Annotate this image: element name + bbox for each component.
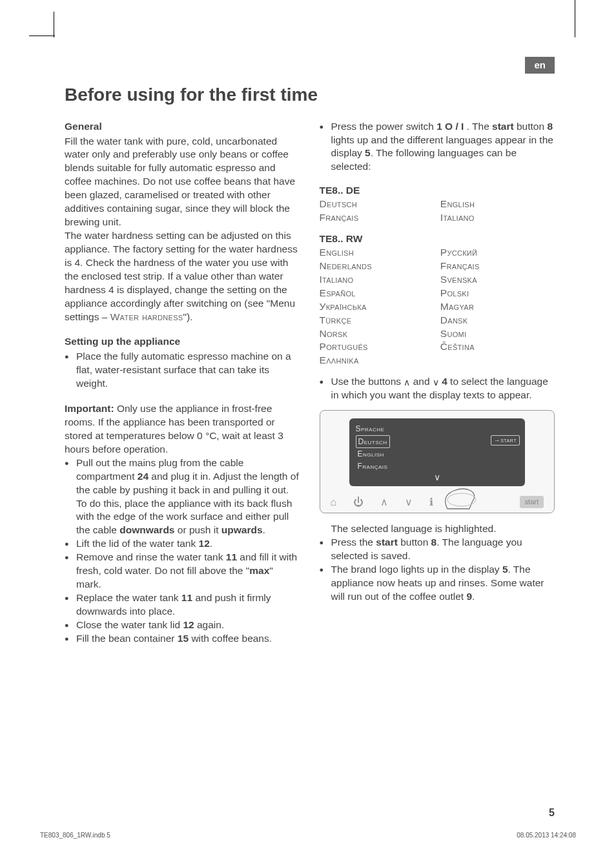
lang-polski: Polski [440, 287, 555, 300]
content-columns: General Fill the water tank with pure, c… [65, 120, 555, 646]
chevron-down-icon: ∨ [434, 471, 440, 484]
panel-buttons-row: ⌂ ⏻ ∧ ∨ ℹ start [327, 495, 548, 509]
step-close-lid: Close the water tank lid 12 again. [65, 619, 300, 632]
model-de-label: TE8.. DE [320, 184, 555, 198]
power-icon: ⏻ [353, 495, 364, 509]
lang-portugues: Português [320, 340, 434, 354]
lang-ukrainian: Українська [320, 300, 434, 314]
svg-point-0 [447, 493, 476, 506]
chevron-down-icon: ∨ [433, 376, 439, 389]
step-fill-beans: Fill the bean container 15 with coffee b… [65, 632, 300, 646]
crop-mark-top [29, 36, 55, 36]
step-replace-tank: Replace the water tank 11 and push it fi… [65, 591, 300, 619]
lang-norsk: Norsk [320, 327, 434, 341]
lang-italiano: Italiano [440, 211, 555, 225]
display-illustration: Sprache Deutsch English Français →start … [320, 410, 555, 513]
de-language-grid: Deutsch English Français Italiano [320, 198, 555, 225]
start-button-label: start [520, 496, 544, 508]
step-mains-plug: Pull out the mains plug from the cable c… [65, 456, 300, 538]
step-brand-logo: The brand logo lights up in the display … [320, 563, 555, 604]
screen-option: English [356, 448, 519, 460]
lang-turkce: Türkçe [320, 314, 434, 327]
lang-suomi: Suomi [440, 327, 555, 341]
step-press-start: Press the start button 8. The language y… [320, 536, 555, 563]
language-tab: en [525, 57, 555, 74]
info-icon: ℹ [429, 495, 433, 509]
model-rw-label: TE8.. RW [320, 232, 555, 246]
footer-timestamp: 08.05.2013 14:24:08 [517, 831, 576, 840]
step-lift-lid: Lift the lid of the water tank 12. [65, 537, 300, 551]
lang-ellinika: Еλληνικα [320, 354, 434, 367]
finger-press-icon [441, 483, 486, 510]
lang-espanol: Español [320, 287, 434, 300]
screen-title: Sprache [356, 424, 519, 434]
step-power-switch: Press the power switch 1 O / I . The sta… [320, 120, 555, 174]
lang-svenska: Svenska [440, 273, 555, 287]
display-screen: Sprache Deutsch English Français →start … [349, 418, 526, 486]
page-title: Before using for the first time [65, 84, 555, 106]
step-rinse-tank: Remove and rinse the water tank 11 and f… [65, 551, 300, 591]
lang-magyar: Magyar [440, 300, 555, 314]
lang-russian: Русский [440, 246, 555, 260]
home-icon: ⌂ [331, 495, 337, 509]
lang-cestina: Čeština [440, 340, 555, 354]
page-number: 5 [549, 806, 555, 820]
footer-filename: TE803_806_1RW.indb 5 [40, 831, 110, 840]
lang-empty [440, 354, 555, 367]
general-text-2: The water hardness setting can be adjust… [65, 229, 300, 323]
left-column: General Fill the water tank with pure, c… [65, 120, 300, 646]
screen-option-selected: Deutsch [356, 435, 390, 448]
after-screen-text: The selected language is highlighted. [320, 522, 555, 536]
important-note: Important: Only use the appliance in fro… [65, 402, 300, 456]
setup-heading: Setting up the appliance [65, 335, 300, 349]
lang-dansk: Dansk [440, 314, 555, 327]
lang-italiano: Italiano [320, 273, 434, 287]
setup-item-place: Place the fully automatic espresso machi… [65, 350, 300, 391]
general-heading: General [65, 120, 300, 134]
crop-mark-left [54, 12, 54, 37]
right-column: Press the power switch 1 O / I . The sta… [320, 120, 555, 646]
screen-option: Français [356, 460, 519, 472]
crop-mark-right [575, 0, 575, 37]
lang-francais: Français [320, 211, 434, 225]
lang-francais: Français [440, 260, 555, 273]
lang-nederlands: Nederlands [320, 260, 434, 273]
lang-english: English [440, 198, 555, 211]
rw-language-grid: English Русский Nederlands Français Ital… [320, 246, 555, 367]
chevron-down-icon: ∨ [405, 495, 413, 509]
lang-deutsch: Deutsch [320, 198, 434, 211]
step-select-language: Use the buttons ∧ and ∨ 4 to select the … [320, 375, 555, 402]
lang-english: English [320, 246, 434, 260]
chevron-up-icon: ∧ [380, 495, 388, 509]
chevron-up-icon: ∧ [404, 376, 410, 389]
general-text-1: Fill the water tank with pure, cold, unc… [65, 135, 300, 229]
screen-start-badge: →start [491, 435, 520, 446]
